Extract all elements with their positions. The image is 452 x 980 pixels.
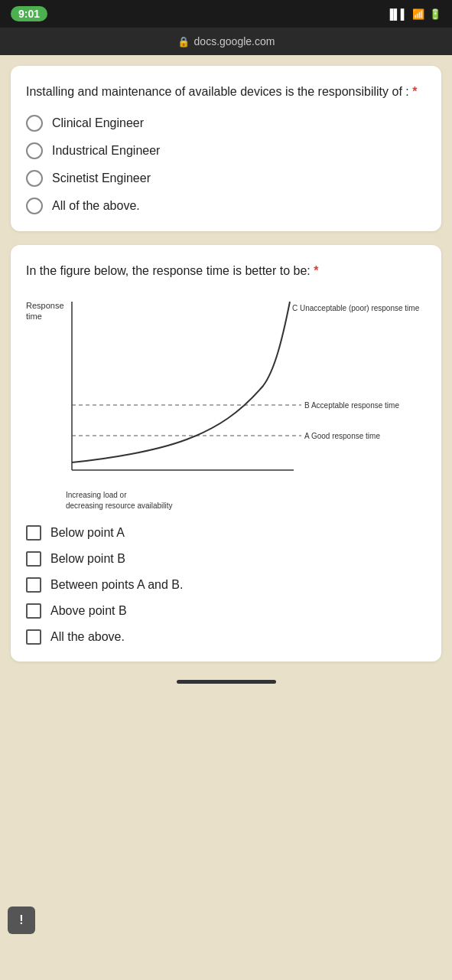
status-icons: ▐▌▌ 📶 🔋 — [386, 8, 441, 20]
option-label: Industrical Engineer — [52, 144, 160, 158]
option-label: Between points A and B. — [50, 578, 183, 592]
option-label: Below point B — [50, 552, 125, 566]
option-label: Above point B — [50, 604, 127, 618]
wifi-icon: 📶 — [412, 8, 424, 20]
lock-icon: 🔒 — [177, 36, 190, 47]
checkbox-q2c[interactable] — [26, 577, 41, 593]
checkbox-q2b[interactable] — [26, 551, 41, 567]
chart-svg: B Acceptable response time A Good respon… — [64, 294, 439, 493]
question2-card: In the figure below, the response time i… — [11, 245, 441, 662]
chart-svg-wrap: B Acceptable response time A Good respon… — [64, 294, 426, 496]
checkbox-q2e[interactable] — [26, 629, 41, 645]
option-label: Scinetist Engineer — [52, 172, 151, 185]
question1-card: Installing and maintenance of available … — [11, 66, 441, 231]
list-item[interactable]: All the above. — [26, 629, 426, 645]
status-bar: 9:01 ▐▌▌ 📶 🔋 — [0, 0, 452, 28]
option-label: Clinical Engineer — [52, 116, 144, 130]
svg-text:B Acceptable response time: B Acceptable response time — [304, 401, 399, 410]
svg-text:C Unacceptable (poor) response: C Unacceptable (poor) response time — [292, 304, 420, 312]
radio-q1b[interactable] — [26, 142, 43, 159]
signal-icon: ▐▌▌ — [386, 8, 408, 20]
question2-text: In the figure below, the response time i… — [26, 262, 426, 280]
radio-q1d[interactable] — [26, 198, 43, 214]
radio-q1a[interactable] — [26, 115, 43, 132]
fab-button[interactable]: ! — [8, 906, 35, 934]
option-label: Below point A — [50, 526, 125, 540]
y-axis-label: Response time — [26, 300, 60, 322]
list-item[interactable]: Below point A — [26, 525, 426, 541]
question2-options: Below point A Below point B Between poin… — [26, 525, 426, 645]
battery-icon: 🔋 — [429, 8, 441, 20]
option-label: All the above. — [50, 630, 125, 644]
bottom-nav-bar: ! — [0, 672, 452, 688]
question1-options: Clinical Engineer Industrical Engineer S… — [26, 115, 426, 214]
radio-q1c[interactable] — [26, 170, 43, 187]
status-time: 9:01 — [11, 6, 47, 21]
address-bar: 🔒 docs.google.com — [0, 28, 452, 55]
list-item[interactable]: Above point B — [26, 603, 426, 619]
home-indicator — [177, 680, 276, 684]
url-text: docs.google.com — [194, 35, 275, 47]
list-item[interactable]: All of the above. — [26, 198, 426, 214]
checkbox-q2a[interactable] — [26, 525, 41, 541]
required-star-2: * — [314, 264, 318, 277]
question1-text: Installing and maintenance of available … — [26, 83, 426, 101]
chart-container: Response time B Acceptable response time — [26, 294, 426, 511]
required-star-1: * — [412, 85, 417, 98]
list-item[interactable]: Industrical Engineer — [26, 142, 426, 159]
svg-text:A Good response time: A Good response time — [304, 432, 380, 440]
option-label: All of the above. — [52, 199, 140, 213]
checkbox-q2d[interactable] — [26, 603, 41, 619]
list-item[interactable]: Clinical Engineer — [26, 115, 426, 132]
content-area: Installing and maintenance of available … — [0, 55, 452, 672]
list-item[interactable]: Scinetist Engineer — [26, 170, 426, 187]
list-item[interactable]: Below point B — [26, 551, 426, 567]
list-item[interactable]: Between points A and B. — [26, 577, 426, 593]
